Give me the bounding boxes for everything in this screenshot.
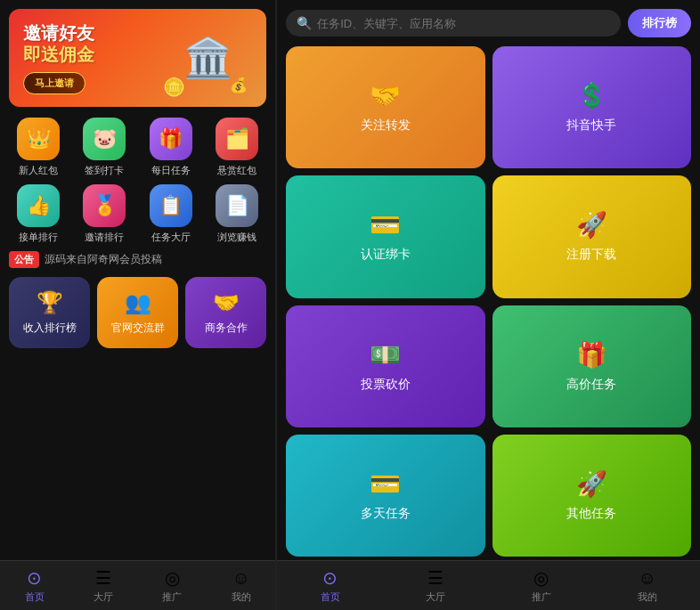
invite-banner[interactable]: 邀请好友 即送佣金 马上邀请 🏛️ 🪙 💰 <box>9 9 266 107</box>
card-multi-icon: 💳 <box>370 469 401 499</box>
money-icon: 💵 <box>370 340 401 370</box>
right-nav-mine[interactable]: ☺ 我的 <box>594 561 700 610</box>
card-community[interactable]: 👥 官网交流群 <box>97 277 178 348</box>
task-register-download[interactable]: 🚀 注册下载 <box>492 175 691 297</box>
gift-icon: 🎁 <box>159 127 183 150</box>
task-bind-card[interactable]: 💳 认证绑卡 <box>286 175 484 297</box>
order-rank-label: 接单排行 <box>19 231 58 244</box>
piggy-icon: 🐷 <box>93 127 117 150</box>
right-nav-home-label: 首页 <box>321 590 340 604</box>
right-bottom-nav: ⊙ 首页 ☰ 大厅 ◎ 推广 ☺ 我的 <box>277 560 700 610</box>
left-nav-mine-icon: ☺ <box>232 568 249 589</box>
card-row: 🏆 收入排行榜 👥 官网交流群 🤝 商务合作 <box>0 272 275 354</box>
left-nav-home[interactable]: ⊙ 首页 <box>0 561 69 610</box>
task-other[interactable]: 🚀 其他任务 <box>492 435 691 557</box>
task-douyin-kuaishou[interactable]: 💲 抖音快手 <box>492 46 691 168</box>
card-income-rank[interactable]: 🏆 收入排行榜 <box>9 277 90 348</box>
icon-task-hall[interactable]: 📋 任务大厅 <box>140 184 202 244</box>
left-nav-promo-icon: ◎ <box>165 567 180 589</box>
task-hall-label: 任务大厅 <box>151 231 191 244</box>
icon-bounty[interactable]: 🗂️ 悬赏红包 <box>206 118 268 177</box>
search-input-wrap[interactable]: 🔍 <box>286 10 621 37</box>
credit-card-icon: 💳 <box>370 210 401 240</box>
left-nav-promo-label: 推广 <box>162 590 182 604</box>
task-multi-day-label: 多天任务 <box>361 506 411 522</box>
left-bottom-nav: ⊙ 首页 ☰ 大厅 ◎ 推广 ☺ 我的 <box>0 560 275 610</box>
coin-icon-1: 🪙 <box>163 77 185 98</box>
left-nav-hall[interactable]: ☰ 大厅 <box>69 561 137 610</box>
bounty-label: 悬赏红包 <box>217 164 256 177</box>
new-redpacket-label: 新人红包 <box>19 164 58 177</box>
task-hall-icon-box: 📋 <box>150 184 192 227</box>
icon-grid-row2: 👍 接单排行 🏅 邀请排行 📋 任务大厅 📄 浏览赚钱 <box>0 181 275 248</box>
right-nav-promo[interactable]: ◎ 推广 <box>489 561 595 610</box>
trophy-icon: 🏆 <box>37 290 63 315</box>
icon-invite-rank[interactable]: 🏅 邀请排行 <box>73 184 135 244</box>
left-nav-mine-label: 我的 <box>232 590 251 604</box>
task-grid: 🤝 关注转发 💲 抖音快手 💳 认证绑卡 🚀 注册下载 💵 投票砍价 🎁 高价任… <box>277 43 700 560</box>
doc-icon: 📄 <box>225 194 249 217</box>
rocket-icon: 🚀 <box>576 210 607 240</box>
thumbs-icon: 👍 <box>27 194 51 217</box>
card-income-rank-label: 收入排行榜 <box>23 321 77 336</box>
group-icon: 👥 <box>125 290 151 315</box>
right-nav-hall-label: 大厅 <box>426 590 445 604</box>
notice-bar: 公告 源码来自阿奇网会员投稿 <box>0 248 275 272</box>
task-follow-share[interactable]: 🤝 关注转发 <box>286 46 484 168</box>
right-nav-home[interactable]: ⊙ 首页 <box>277 561 383 610</box>
task-bind-card-label: 认证绑卡 <box>361 247 411 263</box>
bank-icon: 🏛️ <box>183 35 232 81</box>
banner-line2: 即送佣金 <box>23 44 163 65</box>
right-nav-promo-label: 推广 <box>532 590 551 604</box>
gift-task-icon: 🎁 <box>576 340 607 370</box>
rank-button[interactable]: 排行榜 <box>628 9 691 37</box>
task-douyin-label: 抖音快手 <box>566 118 616 134</box>
search-bar: 🔍 排行榜 <box>277 0 700 43</box>
icon-checkin[interactable]: 🐷 签到打卡 <box>73 118 135 177</box>
card-community-label: 官网交流群 <box>111 321 165 336</box>
order-rank-icon-box: 👍 <box>17 184 60 227</box>
task-follow-share-label: 关注转发 <box>361 118 411 134</box>
icon-grid-row1: 👑 新人红包 🐷 签到打卡 🎁 每日任务 🗂️ 悬赏红包 <box>0 114 275 181</box>
left-panel: 邀请好友 即送佣金 马上邀请 🏛️ 🪙 💰 👑 新人红包 🐷 签到打卡 🎁 每日… <box>0 0 275 610</box>
notice-text: 源码来自阿奇网会员投稿 <box>45 252 162 267</box>
coin-icon-2: 💰 <box>230 77 248 94</box>
daily-task-icon-box: 🎁 <box>150 118 192 160</box>
left-nav-mine[interactable]: ☺ 我的 <box>207 561 275 610</box>
banner-text: 邀请好友 即送佣金 马上邀请 <box>23 22 163 94</box>
right-panel: 🔍 排行榜 🤝 关注转发 💲 抖音快手 💳 认证绑卡 🚀 注册下载 💵 投票砍价 <box>277 0 700 610</box>
icon-browse-earn[interactable]: 📄 浏览赚钱 <box>206 184 268 244</box>
left-nav-home-label: 首页 <box>25 590 45 604</box>
banner-illustration: 🏛️ 🪙 💰 <box>163 18 252 98</box>
search-input[interactable] <box>317 17 610 30</box>
search-icon: 🔍 <box>297 16 312 30</box>
left-nav-promo[interactable]: ◎ 推广 <box>138 561 207 610</box>
task-other-label: 其他任务 <box>566 506 616 522</box>
task-high-value[interactable]: 🎁 高价任务 <box>492 305 691 427</box>
task-register-label: 注册下载 <box>566 247 616 263</box>
banner-line1: 邀请好友 <box>23 22 163 44</box>
icon-daily-task[interactable]: 🎁 每日任务 <box>140 118 202 177</box>
handshake-icon: 🤝 <box>213 290 240 315</box>
task-high-value-label: 高价任务 <box>566 377 616 393</box>
daily-task-label: 每日任务 <box>151 164 191 177</box>
handshake-task-icon: 🤝 <box>370 81 401 110</box>
left-nav-home-icon: ⊙ <box>27 567 42 589</box>
icon-order-rank[interactable]: 👍 接单排行 <box>7 184 69 244</box>
task-vote-bargain[interactable]: 💵 投票砍价 <box>286 305 484 427</box>
icon-new-redpacket[interactable]: 👑 新人红包 <box>7 118 69 177</box>
bounty-icon-box: 🗂️ <box>216 118 258 160</box>
left-nav-hall-icon: ☰ <box>95 567 111 589</box>
card-business[interactable]: 🤝 商务合作 <box>185 277 266 348</box>
browse-earn-icon-box: 📄 <box>216 184 258 227</box>
checkin-icon-box: 🐷 <box>83 118 126 160</box>
invite-rank-icon-box: 🏅 <box>83 184 126 227</box>
banner-button[interactable]: 马上邀请 <box>23 72 85 94</box>
notice-tag: 公告 <box>9 251 39 268</box>
new-redpacket-icon-box: 👑 <box>17 118 60 160</box>
left-nav-hall-label: 大厅 <box>94 590 113 604</box>
right-nav-hall[interactable]: ☰ 大厅 <box>383 561 489 610</box>
rocket-other-icon: 🚀 <box>576 469 607 499</box>
task-multi-day[interactable]: 💳 多天任务 <box>286 435 484 557</box>
right-nav-promo-icon: ◎ <box>533 567 549 589</box>
